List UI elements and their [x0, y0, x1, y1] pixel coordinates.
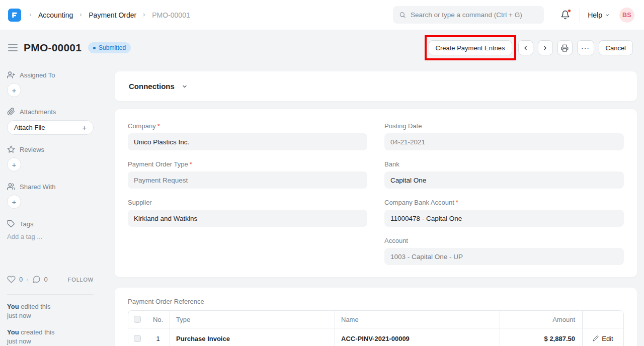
prev-document-button[interactable] [518, 40, 533, 55]
company-input[interactable]: Unico Plastics Inc. [128, 133, 367, 150]
dot-separator: · [26, 276, 28, 283]
paperclip-icon [7, 108, 15, 116]
field-bank: Bank Capital One [384, 160, 624, 189]
activity-time: just now [7, 337, 54, 346]
chevron-right-icon [142, 13, 146, 17]
heart-icon[interactable] [7, 275, 16, 284]
activity-time: just now [7, 311, 50, 320]
edit-row-button[interactable]: Edit [593, 335, 613, 342]
field-company-bank-account: Company Bank Account* 11000478 - Capital… [384, 199, 624, 227]
add-assignment-button[interactable]: + [7, 83, 21, 97]
pencil-icon [593, 335, 599, 341]
form-sidebar: Assigned To + Attachments Attach File + … [7, 70, 94, 346]
breadcrumb-payment-order[interactable]: Payment Order [89, 11, 136, 19]
notification-dot [568, 9, 571, 13]
table-header-row: No. Type Name Amount [128, 311, 623, 328]
column-header-no: No. [146, 311, 170, 328]
cancel-button[interactable]: Cancel [599, 40, 633, 55]
payment-order-type-input[interactable]: Payment Request [128, 171, 367, 189]
assigned-to-label: Assigned To [20, 71, 55, 79]
row-amount[interactable]: $ 2,887.50 [500, 328, 582, 346]
field-supplier: Supplier Kirkland and Watkins [128, 199, 367, 227]
follow-button[interactable]: FOLLOW [68, 277, 94, 283]
app-logo[interactable] [8, 9, 21, 22]
field-posting-date: Posting Date 04-21-2021 [384, 122, 624, 150]
chevron-right-icon [78, 13, 83, 17]
reviews-section: Reviews [7, 145, 44, 153]
shared-with-section: Shared With [7, 183, 56, 191]
breadcrumb: Accounting Payment Order PMO-00001 [28, 11, 190, 19]
status-badge: Submitted [88, 42, 131, 53]
chevron-right-icon [28, 13, 33, 17]
account-input[interactable]: 1003 - Capital One - UP [384, 248, 624, 265]
create-payment-entries-button[interactable]: Create Payment Entries [429, 40, 512, 55]
payment-order-reference-section: Payment Order Reference No. Type Name Am… [115, 288, 637, 346]
table-row: 1 Purchase Invoice ACC-PINV-2021-00009 $… [128, 328, 623, 346]
page-header: PMO-00001 Submitted Create Payment Entri… [0, 30, 644, 65]
attach-file-label: Attach File [14, 124, 45, 131]
breadcrumb-accounting[interactable]: Accounting [38, 11, 73, 19]
supplier-input[interactable]: Kirkland and Watkins [128, 210, 367, 227]
required-marker: * [456, 199, 458, 206]
connections-header[interactable]: Connections [129, 82, 188, 91]
erpnext-logo-icon [11, 12, 18, 19]
connections-title: Connections [129, 82, 175, 91]
chevron-left-icon [522, 45, 529, 51]
page-actions: Create Payment Entries ··· Cancel [425, 35, 633, 60]
details-section: Company* Unico Plastics Inc. Payment Ord… [115, 109, 637, 277]
reference-section-label: Payment Order Reference [128, 298, 624, 305]
social-row: 0 · 0 FOLLOW [7, 275, 94, 284]
chevron-right-icon [542, 45, 548, 51]
assigned-to-section: Assigned To [7, 71, 55, 79]
breadcrumb-current: PMO-00001 [152, 11, 190, 19]
row-name[interactable]: ACC-PINV-2021-00009 [335, 328, 500, 346]
global-search[interactable] [393, 6, 544, 24]
status-dot-icon [93, 47, 96, 49]
more-actions-button[interactable]: ··· [577, 40, 594, 55]
status-label: Submitted [99, 44, 126, 51]
company-bank-account-input[interactable]: 11000478 - Capital One [384, 210, 624, 227]
row-checkbox[interactable] [134, 335, 141, 342]
tags-section: Tags [7, 220, 33, 228]
column-header-type: Type [170, 311, 335, 328]
column-header-amount: Amount [500, 311, 582, 328]
row-index: 1 [146, 328, 170, 346]
avatar[interactable]: BS [619, 8, 634, 23]
sidebar-divider [7, 294, 94, 295]
activity-entry: You edited this just now [7, 302, 50, 320]
annotation-box: Create Payment Entries [425, 35, 516, 60]
add-tag-input[interactable]: Add a tag ... [7, 233, 42, 240]
field-payment-order-type: Payment Order Type* Payment Request [128, 160, 367, 189]
bank-input[interactable]: Capital One [384, 171, 624, 189]
star-icon [7, 145, 15, 153]
notifications-button[interactable] [560, 10, 570, 20]
reference-table: No. Type Name Amount 1 Purchase Invoice … [128, 310, 624, 346]
form-column-right: Posting Date 04-21-2021 Bank Capital One… [384, 122, 624, 275]
row-type[interactable]: Purchase Invoice [170, 328, 335, 346]
attachments-label: Attachments [20, 108, 56, 116]
chevron-down-icon [605, 13, 610, 18]
comment-count: 0 [44, 276, 48, 283]
field-company: Company* Unico Plastics Inc. [128, 122, 367, 150]
connections-section: Connections [115, 71, 637, 101]
sidebar-toggle-icon[interactable] [8, 42, 18, 53]
comment-icon[interactable] [32, 275, 41, 284]
shared-with-label: Shared With [20, 183, 56, 191]
activity-entry: You created this just now [7, 328, 54, 346]
select-all-checkbox[interactable] [134, 316, 141, 323]
next-document-button[interactable] [538, 40, 553, 55]
printer-icon [561, 44, 569, 52]
user-plus-icon [7, 71, 15, 79]
tag-icon [7, 220, 15, 228]
tags-label: Tags [20, 220, 33, 228]
navbar: Accounting Payment Order PMO-00001 Help … [0, 0, 644, 30]
column-header-action [582, 311, 623, 328]
posting-date-input[interactable]: 04-21-2021 [384, 133, 624, 150]
print-button[interactable] [557, 40, 573, 55]
share-button[interactable]: + [7, 195, 21, 209]
attach-file-button[interactable]: Attach File + [7, 120, 94, 135]
search-input[interactable] [411, 11, 538, 19]
help-menu[interactable]: Help [588, 11, 610, 19]
users-icon [7, 183, 15, 191]
add-review-button[interactable]: + [7, 157, 21, 171]
